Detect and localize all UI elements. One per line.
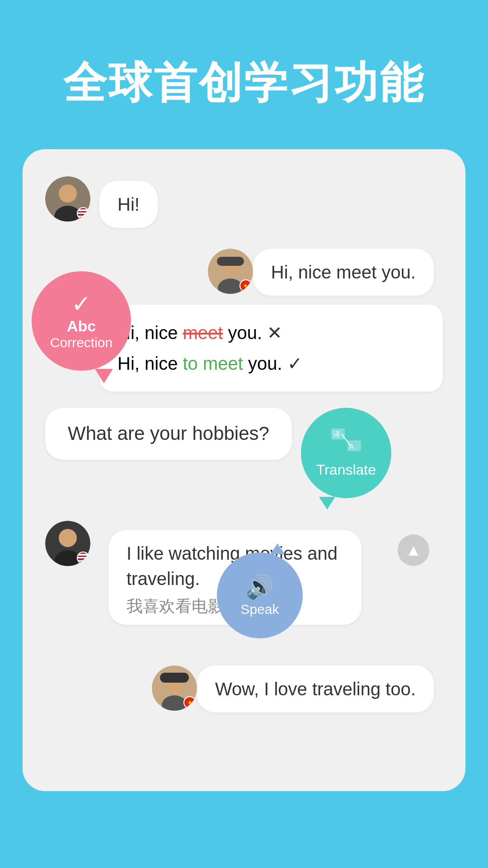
wrong-mark-icon: ✕: [267, 323, 282, 343]
chat-container: Hi! ✓ Abc Correction Hi, nice meet you.: [23, 149, 465, 791]
translate-icon: 译 A: [330, 428, 362, 459]
svg-text:译: 译: [333, 430, 340, 438]
correct-mark-icon: ✓: [287, 354, 303, 373]
svg-rect-18: [160, 673, 189, 683]
correction-box: Hi, nice meet you. ✕ Hi, nice to meet yo…: [99, 305, 443, 392]
bubble-hobbies: What are your hobbies?: [45, 408, 292, 460]
header-section: 全球首创学习功能: [0, 0, 488, 149]
translate-bubble[interactable]: 译 A Translate: [301, 408, 391, 498]
svg-rect-6: [217, 257, 244, 266]
message-row-1: Hi!: [45, 176, 443, 228]
female-avatar-2: ★: [152, 665, 197, 711]
abc-correction-bubble: ✓ Abc Correction: [32, 271, 131, 371]
cn-flag-2: ★: [183, 696, 196, 709]
wrong-line: Hi, nice meet you. ✕: [117, 317, 425, 348]
wrong-word: meet: [183, 323, 223, 343]
scroll-up-icon: ▲: [405, 541, 422, 560]
correction-check-icon: ✓: [71, 292, 91, 316]
cn-flag-1: ★: [239, 279, 252, 292]
translate-label: Translate: [316, 462, 376, 478]
message-row-5-wrapper: Wow, I love traveling too. ★: [45, 661, 443, 712]
message-row-2-wrapper: ✓ Abc Correction Hi, nice meet you. ★: [45, 244, 443, 296]
hobbies-row: What are your hobbies? 译 A Translate: [45, 408, 443, 498]
bubble-response-wrapper: I like watching movies and traveling. 我喜…: [99, 525, 361, 625]
message-row-5: Wow, I love traveling too. ★: [45, 661, 443, 712]
female-avatar-1: ★: [208, 249, 253, 294]
response-row: I like watching movies and traveling. 我喜…: [45, 521, 443, 625]
hobbies-inner: What are your hobbies? 译 A Translate: [45, 408, 443, 498]
male-avatar-1: [45, 176, 90, 222]
bubble-hi: Hi!: [99, 181, 158, 228]
male-avatar-2: [45, 521, 90, 566]
svg-point-3: [61, 186, 75, 201]
speak-label: Speak: [240, 602, 279, 617]
svg-point-14: [59, 529, 77, 547]
us-flag-1: [77, 207, 89, 220]
scroll-up-button[interactable]: ▲: [398, 534, 429, 566]
speak-bubble[interactable]: 🔊 Speak: [217, 552, 303, 638]
us-flag-2: [77, 552, 89, 564]
correction-label-text: Correction: [50, 335, 113, 350]
bubble-nice-meet: Hi, nice meet you.: [253, 249, 434, 296]
bubble-traveling: Wow, I love traveling too.: [197, 665, 434, 712]
svg-line-12: [342, 434, 351, 446]
correct-word: to meet: [183, 354, 243, 373]
message-row-4: I like watching movies and traveling. 我喜…: [45, 521, 443, 625]
page-title: 全球首创学习功能: [0, 54, 488, 113]
correction-abc-text: Abc: [67, 317, 96, 335]
speak-icon: 🔊: [246, 574, 274, 600]
correct-line: Hi, nice to meet you. ✓: [117, 348, 425, 379]
page-background: 全球首创学习功能 Hi! ✓ Abc: [0, 0, 488, 791]
